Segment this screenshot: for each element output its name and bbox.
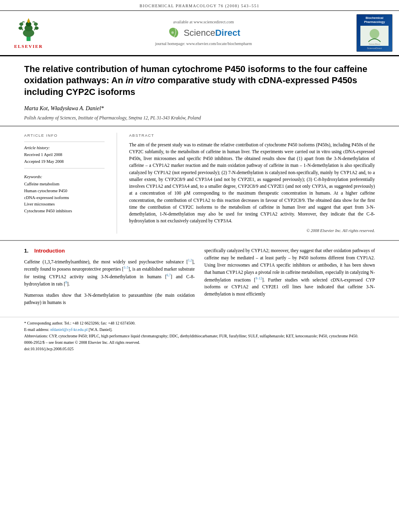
center-banner: available at www.sciencedirect.com Scien… [55, 14, 352, 52]
main-content: 1. Introduction Caffeine (1,3,7-trimethy… [0, 241, 399, 316]
keyword-4: Liver microsomes [24, 201, 105, 207]
journal-cover: BiochemicalPharmacology ScienceDirect Sc… [356, 14, 393, 52]
sciencedirect-icon [167, 27, 181, 39]
journal-header: Biochemical Pharmacology 76 (2008) 543–5… [0, 0, 399, 11]
footnote-corresponding: * Corresponding author. Tel.: +48 12 662… [24, 320, 375, 326]
svg-rect-5 [28, 22, 29, 23]
svg-marker-4 [27, 18, 30, 22]
footnote-doi: doi:10.1016/j.bcp.2008.05.025 [24, 346, 375, 352]
sciencedirect-logo: ScienceDirect [167, 27, 241, 39]
elsevier-logo: ELSEVIER [6, 14, 51, 52]
svg-point-9 [35, 27, 39, 30]
footnote-email: E-mail address: nfdaniel@cyf-kr.edu.pl [… [24, 327, 375, 333]
keyword-1: Caffeine metabolism [24, 181, 105, 187]
sd-text: ScienceDirect [184, 27, 241, 39]
intro-text-left: Caffeine (1,3,7-trimethylxanthine), the … [24, 258, 195, 288]
keyword-3: cDNA-expressed isoforms [24, 195, 105, 201]
elsevier-label: ELSEVIER [14, 43, 43, 49]
keyword-5: Cytochrome P450 inhibitors [24, 208, 105, 214]
accepted-date: Accepted 19 May 2008 [24, 159, 105, 165]
cover-image: ScienceDirect [360, 26, 389, 46]
svg-point-8 [19, 27, 23, 30]
abstract-copyright: © 2008 Elsevier Inc. All rights reserved… [129, 228, 375, 234]
author-names: Marta Kot, Władysława A. Daniel* [24, 105, 104, 111]
intro-text-left-2: Numerous studies show that 3-N-demethyla… [24, 292, 195, 306]
intro-heading: 1. Introduction [24, 247, 195, 255]
right-column: specifically catalyzed by CYP1A2; moreov… [204, 247, 375, 310]
svg-point-12 [370, 29, 379, 39]
cover-title: BiochemicalPharmacology [364, 16, 385, 24]
left-column: 1. Introduction Caffeine (1,3,7-trimethy… [24, 247, 195, 310]
affiliation: Polish Academy of Sciences, Institute of… [24, 115, 375, 121]
article-title: The relative contribution of human cytoc… [24, 64, 375, 98]
footnotes: * Corresponding author. Tel.: +48 12 662… [0, 317, 399, 357]
info-divider-1 [24, 142, 105, 142]
article-info-title: Article Info [24, 133, 105, 138]
vertical-divider [117, 133, 117, 234]
received-date: Received 1 April 2008 [24, 152, 105, 158]
svg-point-10 [171, 31, 174, 34]
available-text: available at www.sciencedirect.com [173, 19, 234, 25]
top-banner: ELSEVIER available at www.sciencedirect.… [0, 11, 399, 56]
cover-subtitle: ScienceDirect [367, 47, 382, 50]
article-info: Article Info Article history: Received 1… [24, 133, 105, 234]
svg-point-6 [19, 23, 23, 26]
journal-header-text: Biochemical Pharmacology 76 (2008) 543–5… [140, 4, 259, 8]
journal-url: journal homepage: www.elsevier.com/locat… [155, 41, 252, 47]
email-link[interactable]: nfdaniel@cyf-kr.edu.pl [50, 327, 88, 332]
elsevier-tree-icon [12, 16, 45, 42]
svg-point-7 [34, 23, 38, 26]
abstract-text: The aim of the present study was to esti… [129, 142, 375, 225]
svg-text:ScienceDirect: ScienceDirect [369, 43, 380, 45]
footnote-copyright: 0006-2952/$ – see front matter © 2008 El… [24, 340, 375, 345]
article-title-section: The relative contribution of human cytoc… [0, 56, 399, 126]
intro-text-right: specifically catalyzed by CYP1A2; moreov… [204, 247, 375, 298]
article-body: Article Info Article history: Received 1… [0, 126, 399, 241]
footnote-abbreviations: Abbreviations: CYP, cytochrome P450; HPL… [24, 333, 375, 339]
keyword-2: Human cytochrome P450 [24, 188, 105, 194]
abstract-section: Abstract The aim of the present study wa… [129, 133, 375, 234]
keywords-label: Keywords: [24, 174, 105, 180]
article-history-label: Article history: [24, 145, 105, 151]
abstract-title: Abstract [129, 133, 375, 138]
info-divider-2 [24, 168, 105, 168]
authors: Marta Kot, Władysława A. Daniel* [24, 105, 375, 113]
